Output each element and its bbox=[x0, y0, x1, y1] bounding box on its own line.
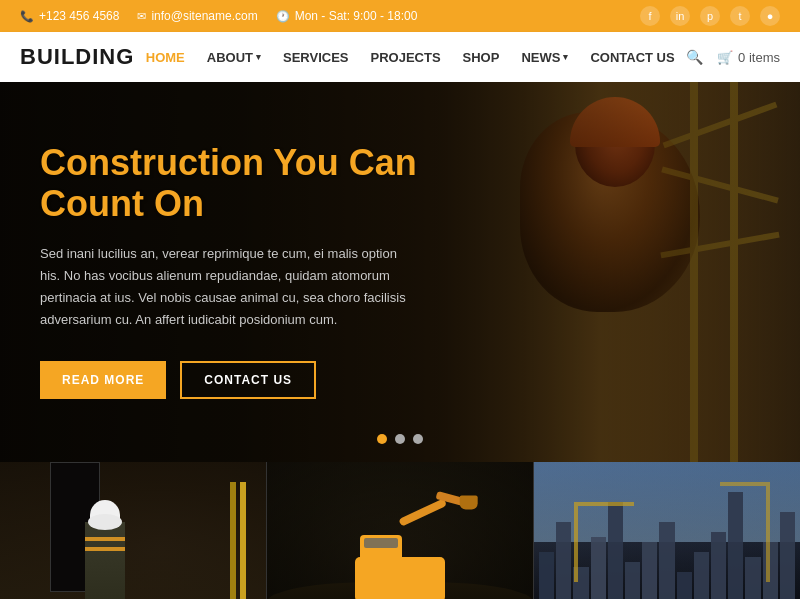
contact-us-button[interactable]: CONTACT US bbox=[180, 361, 316, 399]
social-links: f in p t ● bbox=[640, 6, 780, 26]
pinterest-icon[interactable]: p bbox=[700, 6, 720, 26]
nav-news[interactable]: NEWS ▾ bbox=[521, 50, 568, 65]
building-14 bbox=[763, 542, 778, 599]
top-bar-left: 📞 +123 456 4568 ✉ info@sitename.com 🕐 Mo… bbox=[20, 9, 417, 23]
bucket bbox=[460, 495, 478, 509]
top-bar: 📞 +123 456 4568 ✉ info@sitename.com 🕐 Mo… bbox=[0, 0, 800, 32]
search-icon[interactable]: 🔍 bbox=[686, 49, 703, 65]
phone-text: +123 456 4568 bbox=[39, 9, 119, 23]
nav-shop[interactable]: SHOP bbox=[463, 50, 500, 65]
phone-item: 📞 +123 456 4568 bbox=[20, 9, 119, 23]
excavator-cab bbox=[360, 535, 402, 560]
pipe-shape bbox=[240, 482, 246, 599]
dot-3[interactable] bbox=[413, 434, 423, 444]
crane-1 bbox=[574, 502, 578, 582]
card-panel-city[interactable] bbox=[534, 462, 800, 599]
building-13 bbox=[745, 557, 760, 599]
hours-text: Mon - Sat: 9:00 - 18:00 bbox=[295, 9, 418, 23]
hero-dots bbox=[377, 434, 423, 444]
building-9 bbox=[677, 572, 692, 599]
building-4 bbox=[591, 537, 606, 599]
cart-count: 0 items bbox=[738, 50, 780, 65]
hero-section: Construction You Can Count On Sed inani … bbox=[0, 82, 800, 462]
building-2 bbox=[556, 522, 571, 599]
chevron-down-icon: ▾ bbox=[256, 52, 261, 62]
worker-face bbox=[88, 514, 122, 530]
navbar: BUILDING HOME ABOUT ▾ SERVICES PROJECTS … bbox=[0, 32, 800, 82]
building-1 bbox=[539, 552, 554, 599]
card-inner-3 bbox=[534, 462, 800, 599]
building-11 bbox=[711, 532, 726, 599]
nav-home[interactable]: HOME bbox=[146, 50, 185, 65]
panel1-overlay bbox=[0, 462, 266, 599]
building-5 bbox=[608, 502, 623, 599]
email-text: info@sitename.com bbox=[151, 9, 257, 23]
crane-2 bbox=[766, 482, 770, 582]
linkedin-icon[interactable]: in bbox=[670, 6, 690, 26]
card-panel-excavator[interactable] bbox=[267, 462, 534, 599]
building-10 bbox=[694, 552, 709, 599]
hours-item: 🕐 Mon - Sat: 9:00 - 18:00 bbox=[276, 9, 418, 23]
card-inner-1 bbox=[0, 462, 266, 599]
email-icon: ✉ bbox=[137, 10, 146, 23]
pipe-shape-2 bbox=[230, 482, 236, 599]
nav-projects[interactable]: PROJECTS bbox=[370, 50, 440, 65]
hero-buttons: READ MORE CONTACT US bbox=[40, 361, 440, 399]
vest-stripe bbox=[85, 537, 125, 541]
cart-area[interactable]: 🛒 0 items bbox=[717, 50, 780, 65]
bottom-cards bbox=[0, 462, 800, 599]
read-more-button[interactable]: READ MORE bbox=[40, 361, 166, 399]
hero-content: Construction You Can Count On Sed inani … bbox=[0, 82, 480, 459]
nav-contact[interactable]: CONTACT US bbox=[590, 50, 674, 65]
crane-arm-2 bbox=[720, 482, 770, 486]
nav-right: 🔍 🛒 0 items bbox=[686, 49, 780, 65]
building-15 bbox=[780, 512, 795, 599]
dot-1[interactable] bbox=[377, 434, 387, 444]
dot-2[interactable] bbox=[395, 434, 405, 444]
excavator-body bbox=[355, 557, 445, 599]
vest-stripe-2 bbox=[85, 547, 125, 551]
cart-icon: 🛒 bbox=[717, 50, 733, 65]
facebook-icon[interactable]: f bbox=[640, 6, 660, 26]
phone-icon: 📞 bbox=[20, 10, 34, 23]
hero-title: Construction You Can Count On bbox=[40, 142, 440, 225]
nav-about[interactable]: ABOUT ▾ bbox=[207, 50, 261, 65]
hero-description: Sed inani lucilius an, verear reprimique… bbox=[40, 243, 420, 331]
building-7 bbox=[642, 542, 657, 599]
chevron-down-icon: ▾ bbox=[563, 52, 568, 62]
crane-arm-1 bbox=[574, 502, 634, 506]
cab-window bbox=[364, 538, 398, 548]
email-item: ✉ info@sitename.com bbox=[137, 9, 257, 23]
nav-links: HOME ABOUT ▾ SERVICES PROJECTS SHOP NEWS… bbox=[146, 50, 675, 65]
twitter-icon[interactable]: t bbox=[730, 6, 750, 26]
card-inner-2 bbox=[267, 462, 533, 599]
building-6 bbox=[625, 562, 640, 599]
nav-services[interactable]: SERVICES bbox=[283, 50, 349, 65]
card-panel-warehouse[interactable] bbox=[0, 462, 267, 599]
building-12 bbox=[728, 492, 743, 599]
instagram-icon[interactable]: ● bbox=[760, 6, 780, 26]
building-8 bbox=[659, 522, 674, 599]
clock-icon: 🕐 bbox=[276, 10, 290, 23]
worker-figure bbox=[85, 522, 125, 599]
logo: BUILDING bbox=[20, 44, 134, 70]
